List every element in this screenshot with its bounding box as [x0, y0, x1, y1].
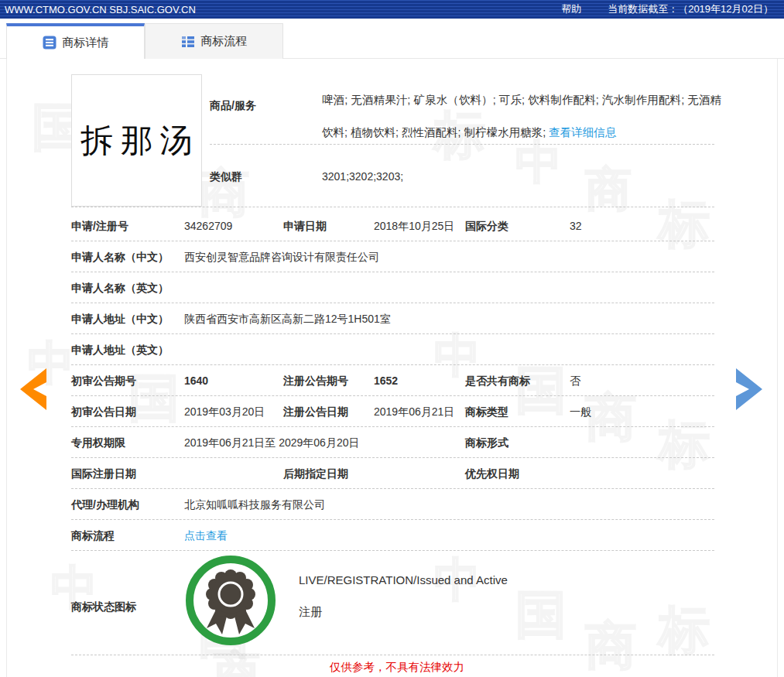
watermark-glyph: 国 — [515, 580, 567, 650]
goods-services-label: 商品/服务 — [210, 99, 256, 113]
watermark-glyph: 商 — [585, 159, 632, 221]
first-pub-no-label: 初审公告期号 — [71, 374, 136, 388]
applicant-cn-label: 申请人名称（中文） — [71, 251, 169, 265]
address-cn-value: 陕西省西安市高新区高新二路12号1H501室 — [184, 313, 391, 327]
applicant-cn-value: 西安创灵智意品牌咨询设计有限责任公司 — [184, 251, 379, 265]
mark-type-label: 商标类型 — [465, 405, 508, 419]
status-line-english: LIVE/REGISTRATION/Issued and Active — [299, 573, 508, 586]
tab-trademark-process[interactable]: 商标流程 — [145, 23, 283, 59]
watermark-glyph: 商 — [585, 383, 636, 453]
previous-arrow-button[interactable] — [18, 368, 49, 412]
tab-trademark-details[interactable]: 商标详情 — [6, 23, 145, 59]
intl-class-value: 32 — [570, 220, 582, 232]
goods-services-value: 啤酒; 无酒精果汁; 矿泉水（饮料）; 可乐; 饮料制作配料; 汽水制作用配料;… — [322, 84, 721, 149]
first-pub-date-value: 2019年03月20日 — [184, 405, 265, 419]
tabbar: 商标详情 商标流程 — [0, 23, 784, 59]
applicant-en-label: 申请人名称（英文） — [71, 282, 169, 296]
status-line-chinese: 注册 — [299, 605, 322, 620]
reg-no-label: 申请/注册号 — [71, 220, 128, 234]
first-pub-date-label: 初审公告日期 — [71, 405, 136, 419]
exclusive-period-label: 专用权期限 — [71, 436, 125, 450]
watermark-glyph: 国 — [515, 356, 567, 426]
app-date-value: 2018年10月25日 — [374, 220, 454, 234]
document-lines-icon — [43, 36, 56, 50]
reg-pub-no-value: 1652 — [374, 374, 398, 387]
similar-group-value: 3201;3202;3203; — [322, 170, 403, 183]
trademark-image-text: 拆那汤 — [74, 119, 200, 162]
legal-disclaimer: 仅供参考，不具有法律效力 — [330, 660, 464, 675]
agency-label: 代理/办理机构 — [71, 498, 139, 512]
data-cutoff-text: 当前数据截至：（2019年12月02日） — [608, 2, 773, 16]
view-details-link[interactable]: 查看详细信息 — [549, 126, 616, 138]
later-desig-date-label: 后期指定日期 — [283, 467, 348, 481]
watermark-glyph: 标 — [659, 190, 710, 259]
reg-pub-no-label: 注册公告期号 — [283, 374, 348, 388]
trademark-detail-panel: 国商标中商标中国中国商标中国中国商标商 拆那汤 商品/服务 啤酒; 无酒精果汁;… — [6, 59, 778, 677]
trademark-image: 拆那汤 — [71, 74, 202, 207]
registration-badge-icon — [184, 554, 277, 650]
address-en-label: 申请人地址（英文） — [71, 344, 169, 357]
next-arrow-button[interactable] — [734, 368, 765, 412]
goods-services-text: 啤酒; 无酒精果汁; 矿泉水（饮料）; 可乐; 饮料制作配料; 汽水制作用配料;… — [322, 94, 721, 138]
watermark-glyph: 商 — [198, 159, 249, 228]
process-label: 商标流程 — [71, 529, 115, 543]
first-pub-no-value: 1640 — [184, 374, 208, 387]
intl-reg-date-label: 国际注册日期 — [71, 467, 136, 481]
shared-mark-label: 是否共有商标 — [465, 374, 530, 388]
site-title: WWW.CTMO.GOV.CN SBJ.SAIC.GOV.CN — [5, 4, 196, 15]
shared-mark-value: 否 — [570, 374, 580, 388]
watermark-glyph: 商 — [585, 611, 636, 677]
reg-pub-date-value: 2019年06月21日 — [374, 405, 454, 419]
reg-pub-date-label: 注册公告日期 — [283, 405, 348, 419]
similar-group-label: 类似群 — [210, 170, 242, 184]
app-date-label: 申请日期 — [283, 220, 327, 234]
status-icon-label: 商标状态图标 — [71, 600, 136, 614]
watermark-glyph: 标 — [659, 410, 710, 480]
topbar: WWW.CTMO.GOV.CN SBJ.SAIC.GOV.CN 帮助 当前数据截… — [0, 0, 784, 19]
list-icon — [181, 35, 195, 49]
reg-no-value: 34262709 — [184, 220, 232, 232]
process-view-link[interactable]: 点击查看 — [184, 529, 228, 543]
agency-value: 北京知呱呱科技服务有限公司 — [184, 498, 325, 512]
mark-form-label: 商标形式 — [465, 436, 508, 450]
address-cn-label: 申请人地址（中文） — [71, 313, 169, 327]
tab-label: 商标流程 — [201, 34, 248, 49]
tab-label: 商标详情 — [63, 36, 109, 50]
intl-class-label: 国际分类 — [465, 220, 508, 234]
mark-type-value: 一般 — [570, 405, 591, 419]
exclusive-period-value: 2019年06月21日至 2029年06月20日 — [184, 436, 359, 450]
priority-date-label: 优先权日期 — [465, 467, 519, 481]
help-link[interactable]: 帮助 — [561, 2, 581, 16]
